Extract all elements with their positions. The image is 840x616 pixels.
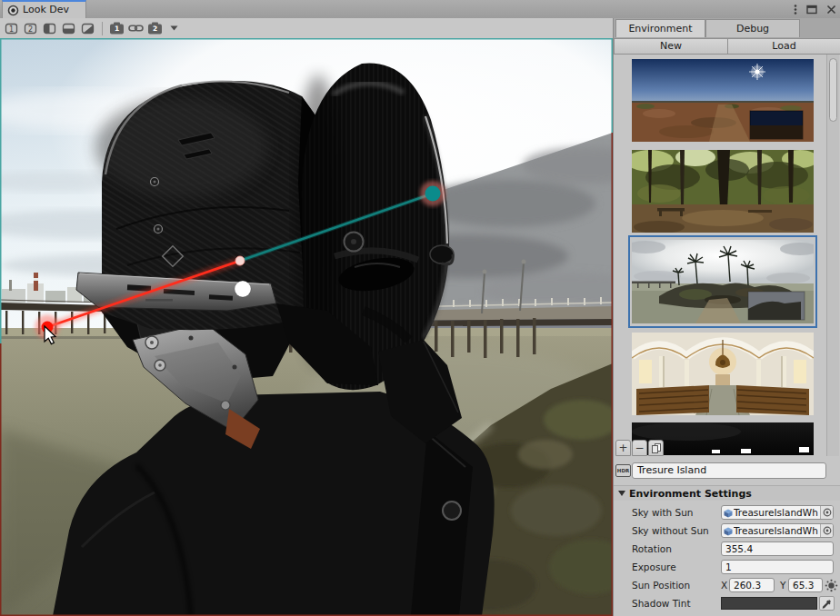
tab-debug[interactable]: Debug [705, 19, 800, 37]
exposure-label: Exposure [632, 560, 676, 574]
hdri-thumbnail-sunny-field[interactable] [632, 59, 814, 142]
cubemap-icon [724, 527, 733, 536]
hdri-thumbnail-treasure-island[interactable] [632, 240, 814, 323]
split-diagonal-button[interactable] [79, 21, 96, 36]
object-picker-icon[interactable] [820, 506, 833, 519]
single-view-2-button[interactable]: 2 [22, 21, 39, 36]
sky-without-sun-value: TreasureIslandWh [734, 524, 820, 537]
environment-settings-header[interactable]: Environment Settings [614, 485, 840, 501]
row-sun-position: Sun Position X 260.3 Y 65.3 [614, 578, 840, 592]
environment-settings-title: Environment Settings [629, 487, 752, 502]
thumbnail-scrollbar[interactable] [826, 55, 839, 456]
shadow-tint-swatch[interactable] [721, 597, 817, 610]
foldout-triangle-icon [618, 491, 625, 496]
window-maximize-icon[interactable] [806, 5, 817, 15]
sun-y-label: Y [780, 578, 785, 592]
window-close-icon[interactable] [826, 5, 836, 15]
duplicate-environment-button[interactable] [648, 440, 664, 456]
load-button[interactable]: Load [727, 38, 840, 55]
eyedropper-icon[interactable] [819, 596, 835, 611]
window-titlebar: Look Dev [0, 0, 840, 18]
gizmo-teal-handle[interactable] [425, 186, 441, 202]
environment-name-field[interactable]: Tresure Island [632, 462, 826, 479]
sun-x-label: X [721, 578, 727, 592]
look-dev-eye-icon [7, 5, 19, 16]
sky-with-sun-object-field[interactable]: TreasureIslandWh [721, 505, 834, 520]
sun-position-picker-icon[interactable] [824, 578, 838, 592]
toolbar-separator [102, 22, 103, 35]
environment-panel: New Load [613, 38, 840, 616]
row-shadow-tint: Shadow Tint [614, 596, 840, 611]
hdri-thumbnail-forest[interactable] [632, 150, 814, 233]
hdr-badge: HDR [615, 464, 631, 477]
lookdev-scene[interactable] [0, 38, 613, 616]
link-cameras-icon[interactable] [127, 21, 145, 36]
add-environment-button[interactable]: + [615, 440, 631, 456]
sky-with-sun-value: TreasureIslandWh [734, 506, 820, 519]
gizmo-center-handle[interactable] [235, 256, 245, 265]
cubemap-icon [724, 509, 733, 518]
sun-y-field[interactable]: 65.3 [788, 578, 823, 592]
sky-without-sun-label: Sky without Sun [632, 523, 709, 538]
split-vertical-button[interactable] [41, 21, 58, 36]
thumbnail-shadow-inset [750, 111, 803, 139]
sun-position-label: Sun Position [632, 578, 690, 592]
view1-number: 1 [9, 25, 14, 33]
exposure-field[interactable]: 1 [721, 560, 834, 574]
white-dot [235, 281, 251, 297]
look-dev-window: Look Dev 1 2 1 [0, 0, 840, 616]
split-horizontal-button[interactable] [60, 21, 77, 36]
object-picker-icon[interactable] [820, 524, 833, 537]
panel-tab-strip: Environment Debug [613, 18, 840, 38]
camera-2-button[interactable]: 2 [146, 21, 164, 36]
lookdev-toolbar: 1 2 1 2 [0, 18, 613, 38]
shadow-tint-label: Shadow Tint [632, 596, 691, 611]
sky-without-sun-object-field[interactable]: TreasureIslandWh [721, 523, 834, 538]
single-view-1-button[interactable]: 1 [3, 21, 20, 36]
thumbnail-shadow-inset [748, 292, 805, 320]
view2-number: 2 [28, 25, 33, 33]
camera-dropdown-icon[interactable] [165, 21, 183, 36]
tab-look-dev-label: Look Dev [23, 2, 69, 18]
camera-1-button[interactable]: 1 [108, 21, 125, 36]
tab-environment[interactable]: Environment [615, 19, 705, 37]
scrollbar-thumb[interactable] [829, 58, 837, 122]
env-actions-row: New Load [614, 38, 840, 55]
row-rotation: Rotation 355.4 [614, 541, 840, 556]
sun-x-field[interactable]: 260.3 [729, 578, 775, 592]
tab-look-dev[interactable]: Look Dev [2, 0, 86, 18]
row-exposure: Exposure 1 [614, 560, 840, 574]
rotation-field[interactable]: 355.4 [721, 541, 834, 556]
window-menu-icon[interactable] [794, 4, 797, 15]
row-sky-without-sun: Sky without Sun TreasureIslandWh [614, 523, 840, 538]
lookdev-viewport[interactable] [0, 38, 613, 616]
sky-with-sun-label: Sky with Sun [632, 505, 694, 520]
duplicate-icon [651, 442, 662, 454]
new-button[interactable]: New [614, 38, 728, 55]
rotation-label: Rotation [632, 541, 672, 556]
window-controls [794, 0, 836, 18]
hdri-thumbnail-church[interactable] [632, 333, 814, 415]
row-sky-with-sun: Sky with Sun TreasureIslandWh [614, 505, 840, 520]
remove-environment-button[interactable]: − [632, 440, 647, 456]
